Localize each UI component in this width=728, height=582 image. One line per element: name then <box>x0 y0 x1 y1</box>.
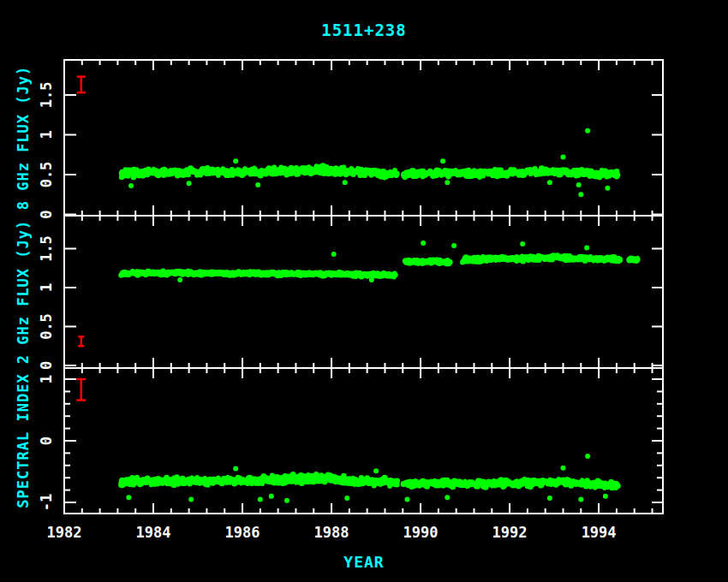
y-tick-label: 1 <box>38 375 55 383</box>
y-tick-label: 0 <box>38 361 55 370</box>
x-tick-label: 1988 <box>314 524 349 541</box>
x-tick-label: 1982 <box>47 524 82 541</box>
y-tick-label: 0 <box>38 436 55 445</box>
y-axis-title-8ghz: 8 GHz FLUX (Jy) <box>15 66 32 211</box>
x-axis-ticks <box>82 60 653 514</box>
x-tick-label: 1992 <box>492 524 528 541</box>
error-bar-flux-8ghz <box>77 77 86 93</box>
y-axis-title-2ghz: 2 GHz FLUX (Jy) <box>15 220 32 365</box>
y-tick-label: 0.5 <box>38 313 55 340</box>
x-tick-label: 1986 <box>225 524 260 541</box>
data-points-flux-8ghz <box>119 128 621 197</box>
y-tick-label: 0 <box>38 210 55 218</box>
plot-frame <box>64 60 663 514</box>
x-axis-title: YEAR <box>0 553 728 571</box>
panel-spectral-index: 10-1 <box>38 375 663 511</box>
y-tick-label: 1 <box>38 130 55 139</box>
y-tick-label: 1.5 <box>38 82 55 109</box>
panel-flux-8ghz: 00.511.5 <box>38 82 663 219</box>
data-points-flux-2ghz <box>118 241 640 282</box>
y-tick-label: 1.5 <box>38 235 55 262</box>
error-bar-spectral-index <box>76 379 86 400</box>
plot-window: 1511+238 198219841986198819901992199400.… <box>0 0 728 582</box>
y-tick-label: 1 <box>38 283 55 292</box>
x-axis-tick-labels: 1982198419861988199019921994 <box>47 524 617 541</box>
y-tick-label: 0.5 <box>38 162 55 188</box>
y-tick-label: -1 <box>38 494 55 511</box>
y-axis-title-spectral-index: SPECTRAL INDEX <box>15 373 32 508</box>
x-tick-label: 1984 <box>136 524 171 541</box>
data-points-spectral-index <box>118 454 621 503</box>
error-bar-flux-2ghz <box>78 336 84 346</box>
x-tick-label: 1990 <box>403 524 439 541</box>
x-tick-label: 1994 <box>582 524 617 541</box>
plot-canvas: 198219841986198819901992199400.511.500.5… <box>0 0 728 582</box>
